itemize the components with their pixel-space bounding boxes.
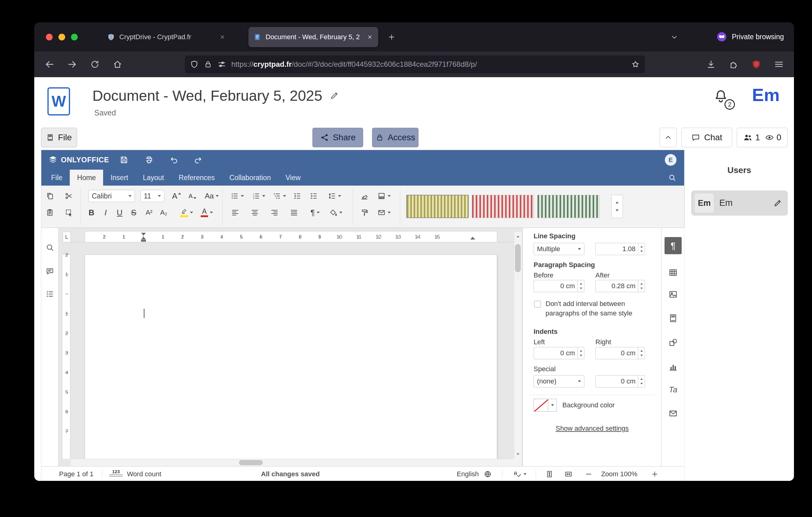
bullet-list-button[interactable] [228, 189, 246, 203]
shape-settings-tab[interactable] [666, 336, 680, 349]
decrease-font-button[interactable]: A [186, 189, 199, 203]
fit-width-button[interactable] [563, 468, 574, 480]
document-page[interactable] [85, 254, 497, 459]
bold-button[interactable]: B [85, 206, 97, 219]
rename-pencil-icon[interactable] [329, 91, 339, 101]
undo-button[interactable] [167, 153, 181, 167]
underline-button[interactable]: U [114, 206, 126, 219]
downloads-button[interactable] [704, 57, 718, 72]
style-thumbnail-no-spacing[interactable] [472, 195, 534, 218]
bookmark-star-icon[interactable] [631, 60, 640, 69]
superscript-button[interactable]: A² [142, 206, 156, 219]
zoom-out-button[interactable] [583, 468, 594, 480]
justify-button[interactable] [287, 206, 301, 219]
indent-right-input[interactable]: 0 cm [596, 347, 645, 359]
select-all-button[interactable] [62, 206, 76, 219]
chart-settings-tab[interactable] [666, 360, 680, 374]
home-button[interactable] [110, 57, 125, 72]
navigation-button[interactable] [44, 288, 56, 300]
zoom-in-button[interactable] [649, 468, 661, 480]
align-right-button[interactable] [268, 206, 281, 219]
menu-file[interactable]: File [44, 170, 70, 186]
left-indent-marker[interactable] [141, 237, 146, 240]
menu-home[interactable]: Home [70, 170, 103, 186]
spacing-before-input[interactable]: 0 cm [533, 280, 584, 292]
redo-button[interactable] [191, 153, 205, 167]
spinner[interactable] [577, 347, 584, 359]
style-thumbnail-normal[interactable] [406, 195, 469, 218]
spin-down-icon[interactable] [640, 288, 643, 289]
font-color-button[interactable]: A [198, 206, 216, 219]
share-button[interactable]: Share [312, 128, 363, 147]
tab-stop-selector[interactable]: L [63, 232, 71, 242]
paragraph-settings-tab[interactable]: ¶ [665, 237, 682, 254]
mail-merge-button[interactable] [375, 206, 393, 219]
right-indent-marker[interactable] [470, 237, 475, 240]
horizontal-scrollbar[interactable] [71, 459, 514, 466]
document-language-button[interactable] [482, 468, 493, 480]
spacing-after-input[interactable]: 0.28 cm [596, 280, 645, 292]
collaborator-avatar[interactable]: E [665, 154, 676, 166]
clear-style-button[interactable] [358, 189, 371, 203]
tab-close-icon[interactable] [219, 34, 226, 40]
spell-check-button[interactable] [510, 468, 530, 480]
font-name-select[interactable]: Calibri [88, 190, 135, 202]
url-text[interactable]: https://cryptpad.fr/doc/#/3/doc/edit/ff0… [231, 60, 626, 69]
tracking-protection-shield-icon[interactable] [190, 60, 199, 69]
menu-layout[interactable]: Layout [136, 170, 171, 186]
spin-up-icon[interactable] [640, 350, 643, 352]
nonprinting-characters-button[interactable]: ¶ [306, 206, 324, 219]
spinner[interactable] [577, 280, 584, 292]
indent-left-input[interactable]: 0 cm [533, 347, 584, 359]
save-button[interactable] [117, 153, 130, 167]
italic-button[interactable]: I [99, 206, 112, 219]
ublock-extension-button[interactable] [749, 57, 764, 72]
spinner[interactable] [638, 243, 645, 255]
menu-references[interactable]: References [171, 170, 222, 186]
scroll-up-button[interactable] [514, 232, 522, 241]
new-tab-button[interactable] [386, 31, 397, 43]
connection-lock-icon[interactable] [204, 60, 212, 69]
background-color-dropdown[interactable] [548, 399, 557, 412]
image-settings-tab[interactable] [666, 288, 680, 301]
paragraph-shading-button[interactable] [326, 206, 345, 219]
first-line-indent-marker[interactable] [141, 233, 146, 236]
language-button[interactable]: English [447, 470, 479, 478]
extensions-button[interactable] [726, 57, 741, 72]
menu-collaboration[interactable]: Collaboration [222, 170, 279, 186]
numbered-list-button[interactable] [249, 189, 268, 203]
highlight-color-button[interactable] [177, 206, 196, 219]
spinner[interactable] [638, 376, 645, 387]
vertical-scroll-thumb[interactable] [515, 244, 521, 272]
spin-down-icon[interactable] [580, 288, 582, 289]
print-button[interactable] [142, 153, 156, 167]
edit-user-name-button[interactable] [773, 198, 782, 208]
increase-font-button[interactable]: A [170, 189, 183, 203]
spinner[interactable] [638, 280, 645, 292]
left-indent-box-marker[interactable] [141, 240, 146, 242]
copy-button[interactable] [43, 189, 57, 203]
paragraph-color-button[interactable] [375, 189, 393, 203]
window-minimize-button[interactable] [58, 34, 65, 40]
access-button[interactable]: Access [372, 128, 418, 147]
chat-button[interactable]: Chat [682, 128, 732, 147]
mail-merge-settings-tab[interactable] [666, 407, 680, 420]
horizontal-ruler[interactable]: 21123456789101112131415 [71, 232, 514, 242]
table-settings-tab[interactable] [666, 266, 680, 279]
document-title[interactable]: Document - Wed, February 5, 2025 [92, 87, 322, 104]
paste-button[interactable] [43, 206, 57, 219]
advanced-settings-link[interactable]: Show advanced settings [523, 425, 662, 433]
copy-style-button[interactable] [358, 206, 371, 219]
header-footer-settings-tab[interactable] [666, 311, 680, 325]
subscript-button[interactable]: A₂ [157, 206, 170, 219]
style-thumbnail-heading[interactable] [537, 195, 600, 218]
spin-down-icon[interactable] [640, 250, 643, 252]
multilevel-list-button[interactable] [270, 189, 289, 203]
url-bar[interactable]: https://cryptpad.fr/doc/#/3/doc/edit/ff0… [185, 55, 645, 73]
spin-up-icon[interactable] [640, 283, 643, 284]
menu-view[interactable]: View [278, 170, 308, 186]
tab-cryptdrive[interactable]: CryptDrive - CryptPad.fr [102, 27, 231, 47]
spinner[interactable] [638, 347, 645, 359]
align-left-button[interactable] [229, 206, 242, 219]
permissions-tune-icon[interactable] [217, 60, 226, 69]
